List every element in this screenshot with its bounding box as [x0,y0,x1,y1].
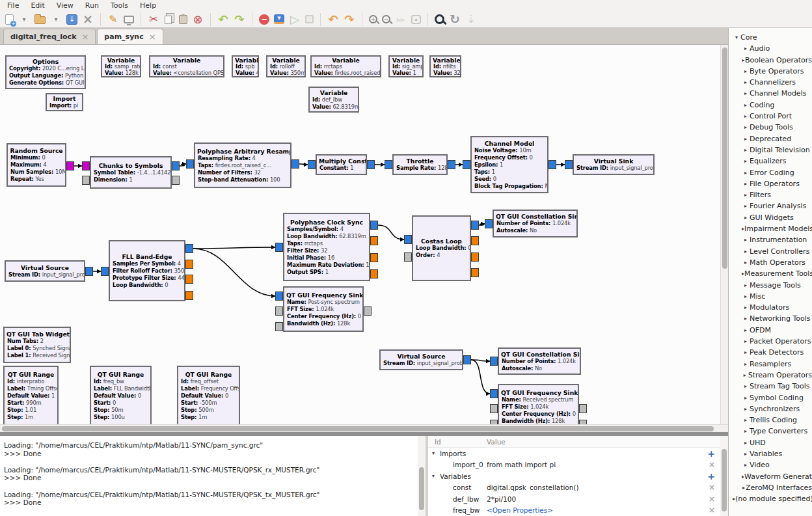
tree-category-core[interactable]: ▾Core [729,32,812,43]
port-complex-out0[interactable] [471,221,479,230]
tree-category-modulators[interactable]: ▸Modulators [729,302,812,313]
tree-category-message-tools[interactable]: ▸Message Tools [729,280,812,291]
tree-category-stream-operators[interactable]: ▸Stream Operators [729,370,812,381]
menu-edit[interactable]: Edit [25,0,50,11]
tree-category-coding[interactable]: ▸Coding [729,100,812,111]
port-message-in1[interactable] [82,176,90,185]
block-random_source[interactable]: Random SourceMinimum: 0Maximum: 4Num Sam… [7,143,66,187]
tree-category-error-coding[interactable]: ▸Error Coding [729,167,812,178]
port-complex-in0[interactable] [463,160,470,169]
scrollbar-thumb[interactable] [2,426,714,431]
menu-file[interactable]: File [1,0,25,11]
connection-costas_loop.out0-to-const_sink1.in0[interactable] [479,224,485,225]
block-tab_widget[interactable]: QT GUI Tab WidgetNum Tabs: 2Label 0: Syn… [3,327,71,363]
block-virtual_source1[interactable]: Virtual SourceStream ID: input_signal_pr… [5,260,85,282]
tree-category-ofdm[interactable]: ▸OFDM [729,325,812,336]
find-block-button[interactable] [435,14,444,24]
block-virtual_sink[interactable]: Virtual SinkStream ID: input_signal_prob… [573,154,655,175]
port-complex-in0[interactable] [404,235,412,244]
connection-virtual_source2.out0-to-const_sink2.in0[interactable] [471,360,490,361]
tree-category-uhd[interactable]: ▸UHD [729,437,812,448]
connection-virtual_source2.out0-to-freq_sink2.in0[interactable] [471,360,490,394]
variable-value[interactable]: <Open Properties> [487,506,706,514]
remove-entry-icon[interactable]: × [709,461,715,468]
tree-category-networking-tools[interactable]: ▸Networking Tools [729,313,812,324]
tree-category-level-controllers[interactable]: ▸Level Controllers [729,246,812,257]
flowgraph-properties-button[interactable]: ✎ [107,13,119,26]
port-complex-in0[interactable] [275,243,283,252]
port-complex-in0[interactable] [490,357,498,366]
add-entry-icon[interactable]: + [707,449,715,458]
tree-category-debug-tools[interactable]: ▸Debug Tools [729,122,812,133]
block-freq_sink2[interactable]: QT GUI Frequency SinkName: Received spec… [498,384,579,424]
block-var_def_lbw[interactable]: VariableId: def_lbwValue: 62.8319m [308,87,359,113]
tree-category-misc[interactable]: ▸Misc [729,291,812,302]
screen-capture-button[interactable] [124,16,134,23]
tree-category-resamplers[interactable]: ▸Resamplers [729,359,812,370]
canvas-vertical-scrollbar[interactable] [720,45,728,424]
tree-category-fourier-analysis[interactable]: ▸Fourier Analysis [729,200,812,211]
tab-digital_freq_lock[interactable]: digital_freq_lock× [3,29,96,44]
connection-fll_band_edge.out0-to-freq_sink1.in0[interactable] [193,249,275,296]
tree-category-channelizers[interactable]: ▸Channelizers [729,77,812,88]
tree-category-instrumentation[interactable]: ▸Instrumentation [729,234,812,245]
redo-button[interactable]: ↷ [234,13,245,26]
tree-category-byte-operators[interactable]: ▸Byte Operators [729,66,812,77]
block-freq_sink1[interactable]: QT GUI Frequency SinkName: Post-sync spe… [283,286,364,332]
block-var_spb[interactable]: VariableId: spbValue: 4 [232,55,259,77]
menu-view[interactable]: View [51,0,79,11]
tree-category-stream-tag-tools[interactable]: ▸Stream Tag Tools [729,381,812,392]
kill-button[interactable] [305,15,314,23]
connection-chunks_to_symbols.out0-to-pfb_resampler.in0[interactable] [180,164,186,166]
tree-category-symbol-coding[interactable]: ▸Symbol Coding [729,392,812,403]
open-file-dropdown-button[interactable]: ▾ [50,13,62,26]
port-complex-in0[interactable] [186,159,194,169]
block-range_timing[interactable]: QT GUI RangeId: interpratioLabel: Tming … [3,366,59,424]
port-complex-out0[interactable] [370,221,378,230]
zoom-out-button[interactable]: − [382,15,390,23]
paste-button[interactable] [179,15,187,24]
connection-fll_band_edge.out0-to-pclock_sync.in0[interactable] [193,247,275,249]
tree-category-filters[interactable]: ▸Filters [729,189,812,200]
expander-icon[interactable]: ▾ [432,450,440,456]
port-complex-in0[interactable] [565,160,573,169]
port-message-out1[interactable] [579,420,587,424]
variable-row-const[interactable]: constdigital.qpsk_constellation()× [428,482,720,494]
block-pfb_resampler[interactable]: Polyphase Arbitrary ResamplerResampling … [194,143,291,188]
rotate-cw-button[interactable]: ↷ [344,13,355,26]
block-range_fll_bw[interactable]: QT GUI RangeId: freq_bwLabel: FLL Bandwi… [90,366,152,424]
delete-button[interactable]: ⊗ [192,13,204,26]
tree-category-boolean-operators[interactable]: ▸Boolean Operators [729,55,812,66]
block-range_freq_offset[interactable]: QT GUI RangeId: freq_offsetLabel: Freque… [177,366,240,424]
block-var_rolloff[interactable]: VariableId: rolloffValue: 350m [266,55,306,77]
variable-row-import_0[interactable]: import_0from math import pi× [428,459,720,471]
new-file-button[interactable] [5,14,14,25]
block-virtual_source2[interactable]: Virtual SourceStream ID: input_signal_pr… [379,349,463,370]
port-complex-in0[interactable] [490,389,498,398]
port-float-out2[interactable] [471,252,479,262]
new-file-dropdown-button[interactable]: ▾ [18,13,30,26]
port-complex-out0[interactable] [367,160,375,169]
tree-category-digital-television[interactable]: ▸Digital Television [729,144,812,156]
zoom-in-button[interactable]: + [369,15,377,23]
execute-button[interactable]: ▷ [289,13,301,26]
port-float-out2[interactable] [185,275,193,284]
tree-category-type-converters[interactable]: ▸Type Converters [729,426,812,437]
block-import_pi[interactable]: ImportImport: pi [46,93,83,111]
block-var_rrctaps[interactable]: VariableId: rrctapsValue: firdes.root_ra… [310,55,381,77]
scrollbar-thumb[interactable] [722,48,727,269]
tree-category-channel-models[interactable]: ▸Channel Models [729,88,812,99]
menu-tools[interactable]: Tools [105,0,134,11]
variable-row-freq_bw[interactable]: freq_bw<Open Properties>× [428,505,720,516]
port-float-out3[interactable] [471,268,479,277]
port-float-out3[interactable] [370,269,378,278]
add-entry-icon[interactable]: + [707,472,715,481]
port-byte-in0[interactable] [82,161,90,170]
tree-category-audio[interactable]: ▸Audio [729,43,812,54]
toggle-hide-disabled-button[interactable]: ⇣ [465,13,477,26]
tab-close-icon[interactable]: × [81,33,88,41]
view-errors-button[interactable]: − [259,14,269,25]
port-complex-out0[interactable] [548,160,556,169]
port-complex-in0[interactable] [275,292,283,301]
block-fll_band_edge[interactable]: FLL Band-EdgeSamples Per Symbol: 4Filter… [109,240,185,301]
